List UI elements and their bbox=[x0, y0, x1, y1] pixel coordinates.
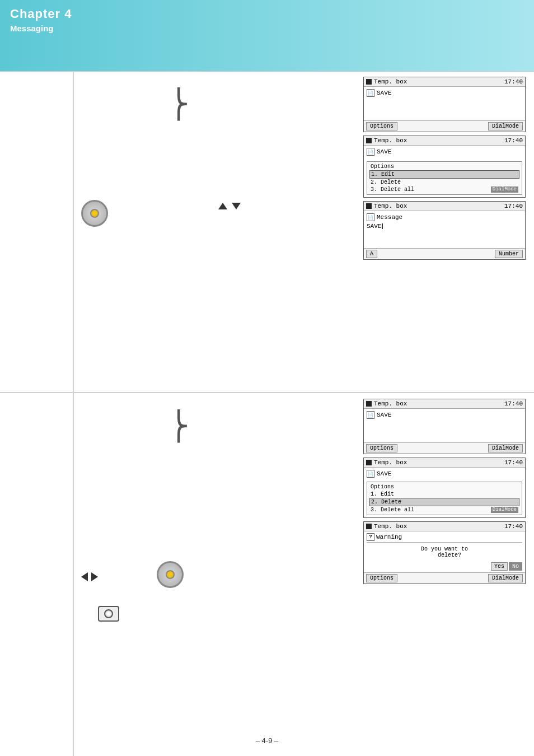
status-dot-2 bbox=[366, 138, 372, 143]
status-dot-3 bbox=[366, 203, 372, 209]
screen-top-1-softkeys: Options DialMode bbox=[364, 120, 525, 132]
screen-b3-softkeys: Options DialMode bbox=[364, 572, 525, 584]
no-button[interactable]: No bbox=[509, 562, 522, 571]
doc-icon-b1: 📄 bbox=[367, 411, 374, 419]
dpad-top bbox=[81, 200, 108, 227]
screen-top-2-header: Temp. box 17:40 bbox=[364, 136, 525, 146]
screen-bottom-3: Temp. box 17:40 ? Warning Do you want to… bbox=[363, 521, 526, 584]
options-menu-top: Options 1. Edit 2. Delete 3. Delete all … bbox=[367, 161, 522, 195]
screen-top-2-save: SAVE bbox=[377, 148, 391, 155]
softkey-dialmode-b1[interactable]: DialMode bbox=[488, 444, 523, 452]
screen-b2-title: Temp. box bbox=[374, 459, 407, 466]
camera-icon bbox=[98, 606, 119, 622]
chapter-subtitle: Messaging bbox=[10, 24, 72, 33]
text-cursor bbox=[382, 223, 383, 229]
screen-top-3-time: 17:40 bbox=[504, 203, 523, 209]
warning-message: Do you want to delete? bbox=[367, 544, 522, 561]
screen-top-1-header: Temp. box 17:40 bbox=[364, 77, 525, 87]
arrow-down-icon bbox=[232, 203, 241, 209]
leftright-arrows bbox=[81, 572, 98, 581]
screen-top-3-title: Temp. box bbox=[374, 203, 407, 209]
screen-top-3: Temp. box 17:40 📄 Message SAVE A Number bbox=[363, 201, 526, 260]
warning-icon: ? bbox=[367, 533, 374, 541]
screen-b3-header: Temp. box 17:40 bbox=[364, 522, 525, 531]
softkey-dialmode-b3[interactable]: DialMode bbox=[488, 574, 523, 582]
screen-top-1-save: SAVE bbox=[377, 90, 391, 96]
screen-top-1-title: Temp. box bbox=[374, 78, 407, 85]
softkey-options-b3[interactable]: Options bbox=[366, 574, 397, 582]
screen-top-3-message: Message bbox=[377, 214, 402, 221]
dpad-bottom-wrap bbox=[157, 561, 184, 588]
screen-bottom-2: Temp. box 17:40 📄 SAVE Options 1. Edit 2… bbox=[363, 458, 526, 518]
opt-b-edit[interactable]: 1. Edit bbox=[369, 491, 519, 498]
screen-top-3-body: 📄 Message SAVE bbox=[364, 211, 525, 248]
status-dot-b2 bbox=[366, 460, 372, 465]
send-icon-top: ⎨ bbox=[168, 88, 189, 120]
yes-button[interactable]: Yes bbox=[491, 562, 508, 571]
status-dot-b3 bbox=[366, 524, 372, 529]
options-menu-bottom: Options 1. Edit 2. Delete 3. Delete all … bbox=[367, 482, 522, 515]
doc-icon-2: 📄 bbox=[367, 148, 374, 156]
updown-arrows bbox=[218, 203, 241, 209]
screen-bottom-1: Temp. box 17:40 📄 SAVE Options DialMode bbox=[363, 399, 526, 454]
screen-b2-save: SAVE bbox=[377, 470, 391, 477]
doc-icon-1: 📄 bbox=[367, 89, 374, 97]
camera-button bbox=[98, 606, 119, 622]
softkey-number[interactable]: Number bbox=[495, 250, 523, 258]
screens-top: Temp. box 17:40 📄 SAVE Options DialMode bbox=[363, 77, 526, 263]
screen-b1-save: SAVE bbox=[377, 412, 391, 418]
nav-arrows-top bbox=[81, 200, 108, 227]
screens-bottom: Temp. box 17:40 📄 SAVE Options DialMode bbox=[363, 399, 526, 587]
screen-b1-header: Temp. box 17:40 bbox=[364, 399, 525, 409]
camera-lens bbox=[104, 609, 113, 618]
dialmode-badge-bottom: DialMode bbox=[491, 507, 518, 513]
screen-b3-title: Temp. box bbox=[374, 523, 407, 530]
screen-b1-softkeys: Options DialMode bbox=[364, 442, 525, 454]
screen-b2-time: 17:40 bbox=[504, 459, 523, 466]
opt-edit[interactable]: 1. Edit bbox=[369, 170, 519, 179]
screen-b3-time: 17:40 bbox=[504, 523, 523, 530]
opt-delete-all[interactable]: 3. Delete all DialMode bbox=[369, 186, 519, 193]
warning-title: Warning bbox=[376, 534, 402, 540]
arrow-right-icon bbox=[91, 572, 98, 581]
section-bottom: ⎨ Temp. box 17:40 bbox=[0, 393, 534, 756]
opt-b-delete[interactable]: 2. Delete bbox=[369, 498, 519, 506]
arrow-left-icon bbox=[81, 572, 88, 581]
softkey-a[interactable]: A bbox=[366, 250, 377, 258]
screen-top-1-body: 📄 SAVE bbox=[364, 87, 525, 120]
yes-no-buttons: Yes No bbox=[367, 562, 522, 571]
screen-b2-header: Temp. box 17:40 bbox=[364, 458, 525, 468]
screen-top-2-title: Temp. box bbox=[374, 137, 407, 144]
dpad-bottom bbox=[157, 561, 184, 588]
screen-b2-body: 📄 SAVE Options 1. Edit 2. Delete 3. Dele… bbox=[364, 468, 525, 517]
screen-b1-time: 17:40 bbox=[504, 400, 523, 407]
status-dot-1 bbox=[366, 79, 372, 85]
opt-options-label: Options bbox=[369, 163, 519, 170]
page-header: Chapter 4 Messaging bbox=[0, 0, 534, 71]
softkey-dialmode-1[interactable]: DialMode bbox=[488, 122, 523, 130]
warning-header: ? Warning bbox=[367, 533, 522, 543]
dpad-center-top bbox=[90, 209, 99, 218]
screen-top-3-save-text: SAVE bbox=[367, 223, 381, 230]
screen-top-1-time: 17:40 bbox=[504, 78, 523, 85]
doc-icon-3: 📄 bbox=[367, 213, 374, 221]
screen-top-2-body: 📄 SAVE Options 1. Edit 2. Delete 3. Dele… bbox=[364, 146, 525, 197]
page-number: – 4-9 – bbox=[256, 736, 278, 745]
softkey-options-b1[interactable]: Options bbox=[366, 444, 397, 452]
screen-top-2-time: 17:40 bbox=[504, 137, 523, 144]
send-icon-bottom: ⎨ bbox=[168, 410, 189, 442]
screen-b1-title: Temp. box bbox=[374, 400, 407, 407]
screen-b1-body: 📄 SAVE bbox=[364, 409, 525, 442]
screen-b3-body: ? Warning Do you want to delete? Yes No bbox=[364, 531, 525, 572]
chapter-title: Chapter 4 bbox=[10, 7, 72, 21]
softkey-options-1[interactable]: Options bbox=[366, 122, 397, 130]
opt-b-deleteall[interactable]: 3. Delete all DialMode bbox=[369, 506, 519, 514]
arrow-up-icon bbox=[218, 203, 227, 209]
screen-top-1: Temp. box 17:40 📄 SAVE Options DialMode bbox=[363, 77, 526, 132]
screen-top-2: Temp. box 17:40 📄 SAVE Options 1. Edit 2… bbox=[363, 136, 526, 198]
dialmode-badge-top: DialMode bbox=[491, 186, 518, 193]
doc-icon-b2: 📄 bbox=[367, 470, 374, 478]
opt-delete[interactable]: 2. Delete bbox=[369, 179, 519, 186]
screen-top-3-softkeys: A Number bbox=[364, 248, 525, 259]
opt-b-label: Options bbox=[369, 483, 519, 491]
